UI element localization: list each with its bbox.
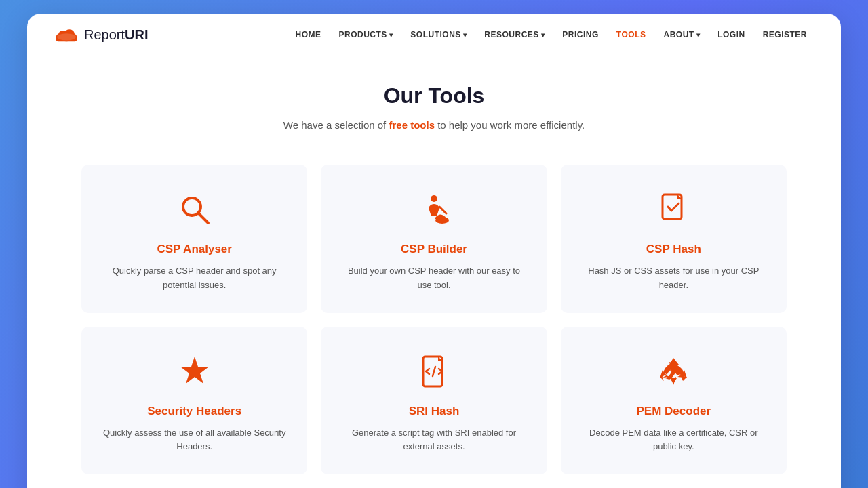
nav-links: HOME PRODUCTS ▾ SOLUTIONS ▾ RESOURCES ▾	[288, 26, 814, 43]
chevron-icon: ▾	[389, 31, 393, 39]
tool-card-csp-hash[interactable]: CSP Hash Hash JS or CSS assets for use i…	[561, 165, 787, 313]
star-icon	[102, 354, 287, 394]
tools-grid: CSP Analyser Quickly parse a CSP header …	[68, 165, 800, 474]
logo-link[interactable]: Report URI	[54, 26, 148, 43]
nav-link-home[interactable]: HOME	[288, 26, 328, 43]
page-container: Report URI HOME PRODUCTS ▾ SOLUTIONS ▾	[27, 14, 841, 488]
tool-desc-csp-analyser: Quickly parse a CSP header and spot any …	[102, 264, 287, 293]
nav-link-register[interactable]: REGISTER	[756, 26, 814, 43]
svg-line-6	[199, 214, 208, 223]
navbar: Report URI HOME PRODUCTS ▾ SOLUTIONS ▾	[27, 14, 841, 56]
tool-desc-pem-decoder: Decode PEM data like a certificate, CSR …	[581, 426, 766, 455]
nav-item-register: REGISTER	[756, 26, 814, 43]
chevron-icon: ▾	[463, 31, 467, 39]
main-content: Our Tools We have a selection of free to…	[27, 56, 841, 488]
tool-name-csp-hash: CSP Hash	[581, 243, 766, 256]
svg-point-4	[57, 33, 75, 40]
tool-card-pem-decoder[interactable]: PEM Decoder Decode PEM data like a certi…	[561, 327, 787, 475]
nav-link-solutions[interactable]: SOLUTIONS ▾	[403, 26, 473, 43]
nav-link-login[interactable]: LOGIN	[711, 26, 752, 43]
svg-line-8	[439, 207, 446, 214]
tool-card-security-headers[interactable]: Security Headers Quickly assess the use …	[81, 327, 307, 475]
nav-item-pricing: PRICING	[555, 26, 606, 43]
logo-text: Report URI	[84, 27, 148, 43]
nav-link-resources[interactable]: RESOURCES ▾	[477, 26, 551, 43]
nav-item-home: HOME	[288, 26, 328, 43]
free-tools-link[interactable]: free tools	[389, 119, 435, 131]
nav-item-login: LOGIN	[711, 26, 752, 43]
nav-link-products[interactable]: PRODUCTS ▾	[332, 26, 399, 43]
tool-card-csp-builder[interactable]: CSP Builder Build your own CSP header wi…	[321, 165, 547, 313]
tool-name-csp-analyser: CSP Analyser	[102, 243, 287, 256]
nav-item-tools: TOOLS	[610, 26, 653, 43]
svg-point-7	[431, 195, 437, 202]
svg-line-13	[433, 367, 435, 376]
nav-item-resources: RESOURCES ▾	[477, 26, 551, 43]
chevron-icon: ▾	[541, 31, 545, 39]
nav-item-about: ABOUT ▾	[656, 26, 707, 43]
code-file-icon	[341, 354, 526, 394]
tool-desc-csp-builder: Build your own CSP header with our easy …	[341, 264, 526, 293]
tool-desc-sri-hash: Generate a script tag with SRI enabled f…	[341, 426, 526, 455]
tool-name-sri-hash: SRI Hash	[341, 405, 526, 418]
page-title: Our Tools	[68, 83, 800, 108]
tool-desc-security-headers: Quickly assess the use of all available …	[102, 426, 287, 455]
tool-name-security-headers: Security Headers	[102, 405, 287, 418]
search-icon	[102, 192, 287, 232]
chevron-icon: ▾	[696, 31, 701, 39]
nav-item-products: PRODUCTS ▾	[332, 26, 399, 43]
recycle-icon	[581, 354, 766, 394]
tool-card-sri-hash[interactable]: SRI Hash Generate a script tag with SRI …	[321, 327, 547, 475]
nav-link-about[interactable]: ABOUT ▾	[656, 26, 707, 43]
tool-card-csp-analyser[interactable]: CSP Analyser Quickly parse a CSP header …	[81, 165, 307, 313]
tool-name-pem-decoder: PEM Decoder	[581, 405, 766, 418]
nav-link-tools[interactable]: TOOLS	[610, 26, 653, 43]
nav-link-pricing[interactable]: PRICING	[555, 26, 606, 43]
tool-name-csp-builder: CSP Builder	[341, 243, 526, 256]
page-subtitle: We have a selection of free tools to hel…	[68, 119, 800, 131]
nav-item-solutions: SOLUTIONS ▾	[403, 26, 473, 43]
tool-desc-csp-hash: Hash JS or CSS assets for use in your CS…	[581, 264, 766, 293]
document-check-icon	[581, 192, 766, 232]
builder-icon	[341, 192, 526, 232]
logo-icon	[54, 26, 79, 43]
svg-marker-11	[180, 357, 209, 384]
